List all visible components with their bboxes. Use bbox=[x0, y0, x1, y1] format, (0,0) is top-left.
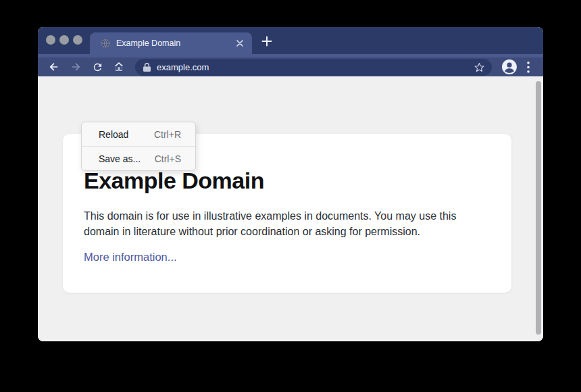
star-icon[interactable] bbox=[474, 62, 485, 73]
context-menu-item-save-as[interactable]: Save as... Ctrl+S bbox=[82, 147, 195, 170]
context-menu: Reload Ctrl+R Save as... Ctrl+S bbox=[81, 122, 196, 171]
maximize-window-button[interactable] bbox=[73, 35, 82, 45]
page-body-text: This domain is for use in illustrative e… bbox=[84, 208, 484, 239]
page-content-area: Reload Ctrl+R Save as... Ctrl+S Example … bbox=[38, 76, 543, 341]
minimize-window-button[interactable] bbox=[59, 35, 69, 45]
tab-example-domain[interactable]: Example Domain bbox=[90, 32, 252, 54]
tab-title: Example Domain bbox=[116, 39, 234, 48]
menu-item-shortcut: Ctrl+S bbox=[155, 153, 181, 164]
tab-close-icon[interactable] bbox=[234, 38, 245, 49]
traffic-lights bbox=[46, 35, 82, 45]
browser-window: Example Domain example.com bbox=[38, 27, 543, 341]
page-title: Example Domain bbox=[84, 168, 491, 194]
back-icon[interactable] bbox=[43, 58, 65, 76]
profile-icon[interactable] bbox=[501, 59, 517, 75]
reload-icon[interactable] bbox=[86, 58, 108, 76]
vertical-scrollbar[interactable] bbox=[536, 81, 541, 335]
favicon-globe-icon bbox=[101, 39, 110, 48]
menu-item-shortcut: Ctrl+R bbox=[154, 129, 181, 140]
more-information-link[interactable]: More information... bbox=[84, 251, 177, 264]
url-text: example.com bbox=[157, 62, 468, 72]
kebab-menu-icon[interactable] bbox=[520, 62, 536, 73]
forward-icon[interactable] bbox=[65, 58, 86, 76]
lock-icon[interactable] bbox=[143, 63, 151, 72]
new-tab-button[interactable] bbox=[261, 35, 273, 47]
address-bar[interactable]: example.com bbox=[135, 59, 492, 76]
titlebar: Example Domain bbox=[38, 27, 543, 54]
menu-item-label: Reload bbox=[99, 129, 128, 140]
menu-item-label: Save as... bbox=[99, 153, 141, 164]
navigation-toolbar: example.com bbox=[38, 57, 543, 76]
home-icon[interactable] bbox=[108, 58, 130, 76]
close-window-button[interactable] bbox=[46, 35, 55, 45]
context-menu-item-reload[interactable]: Reload Ctrl+R bbox=[82, 122, 195, 146]
